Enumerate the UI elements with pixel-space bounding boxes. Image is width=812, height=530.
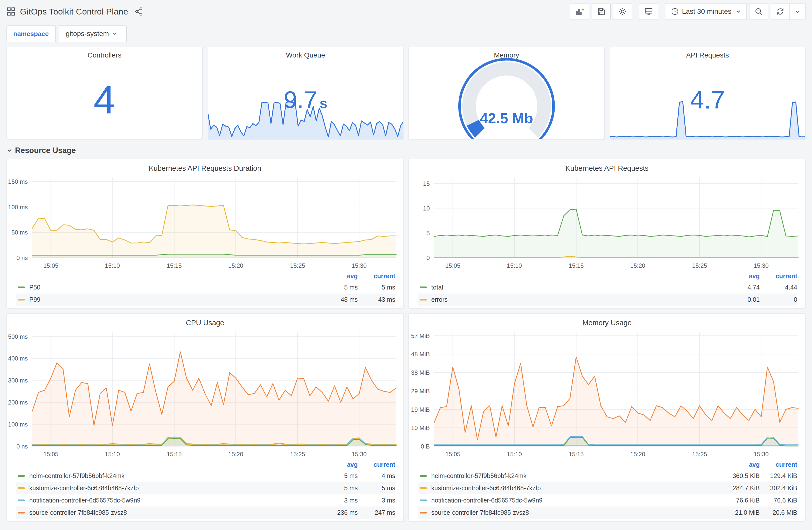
svg-text:0 B: 0 B [421,443,430,450]
series-avg: 21.0 MiB [722,509,760,516]
panel-title[interactable]: Kubernetes API Requests [409,159,805,174]
series-avg: 0.01 [722,296,760,303]
variable-label: namespace [13,30,49,38]
chevron-down-icon [795,9,800,14]
memory-plot[interactable]: 15:0515:1015:1515:2015:2515:300 B10 MiB1… [409,328,805,459]
svg-text:15:25: 15:25 [290,451,305,457]
series-name[interactable]: P50 [29,284,320,291]
series-current: 4 ms [358,472,395,480]
zoom-out-button[interactable] [749,3,768,20]
series-name[interactable]: P99 [29,296,320,303]
save-dashboard-button[interactable] [592,3,611,20]
series-name[interactable]: errors [431,296,722,303]
series-name[interactable]: total [431,284,722,291]
svg-text:10: 10 [423,205,430,212]
series-name[interactable]: helm-controller-57f9b56bbf-k24mk [431,472,722,480]
legend-row: total 4.74 4.44 [418,281,797,294]
legend-row: helm-controller-57f9b56bbf-k24mk 360.5 K… [418,470,797,482]
panel-memory-usage: Memory Usage 15:0515:1015:1515:2015:2515… [408,313,806,521]
series-current: 76.6 KiB [760,497,797,504]
chart-row-1: Kubernetes API Requests Duration 15:0515… [6,159,806,309]
api-requests-value: 4.7 [610,87,806,112]
requests-legend: avg current total 4.74 4.44 errors 0.01 … [409,271,805,308]
legend-sort-avg[interactable]: avg [722,461,760,468]
legend-sort-current[interactable]: current [358,461,395,468]
panel-work-queue: Work Queue 9.7s [208,47,404,139]
series-name[interactable]: source-controller-7fb84fc985-zvsz8 [431,509,722,516]
panel-title[interactable]: Work Queue [208,51,404,59]
series-name[interactable]: notification-controller-6d56575dc-5w9n9 [431,497,722,504]
series-color-swatch [18,299,25,300]
refresh-button[interactable] [771,3,790,19]
panel-title[interactable]: API Requests [610,51,806,59]
legend-sort-current[interactable]: current [358,273,395,280]
series-color-swatch [18,487,25,489]
svg-text:48 MiB: 48 MiB [411,351,430,357]
series-current: 20.6 MiB [760,509,797,516]
legend-row: errors 0.01 0 [418,294,797,306]
cpu-plot[interactable]: 15:0515:1015:1515:2015:2515:300 ns100 ms… [7,328,403,459]
panel-title[interactable]: Kubernetes API Requests Duration [7,159,403,174]
svg-text:15:10: 15:10 [507,451,522,457]
namespace-select[interactable]: gitops-system [59,26,127,42]
tv-mode-button[interactable] [639,3,658,20]
svg-text:0 ns: 0 ns [16,443,28,450]
series-name[interactable]: kustomize-controller-6c6784b468-7kzfp [431,485,722,492]
series-name[interactable]: notification-controller-6d56575dc-5w9n9 [29,497,320,504]
legend-sort-avg[interactable]: avg [320,461,358,468]
legend-row: source-controller-7fb84fc985-zvsz8 236 m… [16,506,395,519]
panel-title[interactable]: Memory Usage [409,314,805,328]
panel-api-requests: API Requests 4.7 [610,47,806,139]
series-current: 43 ms [358,296,395,303]
svg-text:15:30: 15:30 [754,451,769,457]
series-name[interactable]: kustomize-controller-6c6784b468-7kzfp [29,485,320,492]
series-color-swatch [18,286,25,288]
series-current: 5 ms [358,485,395,492]
svg-text:15:15: 15:15 [166,262,182,269]
chevron-down-icon [112,31,117,36]
dashboard-settings-button[interactable] [613,3,632,20]
legend-row: P99 48 ms 43 ms [16,294,395,306]
section-resource-usage[interactable]: Resource Usage [6,146,806,155]
svg-text:15:05: 15:05 [43,451,58,457]
svg-text:100 ms: 100 ms [8,421,28,428]
memory-gauge-value: 42.5 Mb [449,110,564,127]
duration-legend: avg current P50 5 ms 5 ms P99 48 ms 43 m… [7,271,403,308]
svg-text:15:15: 15:15 [569,262,584,269]
legend-sort-avg[interactable]: avg [320,273,358,280]
legend-row: helm-controller-57f9b56bbf-k24mk 5 ms 4 … [16,470,395,482]
svg-text:15:30: 15:30 [754,262,769,269]
svg-text:15:20: 15:20 [228,451,243,457]
requests-plot[interactable]: 15:0515:1015:1515:2015:2515:30051015 [409,174,805,271]
legend-row: source-controller-7fb84fc985-zvsz8 21.0 … [418,506,797,519]
controllers-value: 4 [7,80,202,119]
refresh-interval-dropdown[interactable] [790,3,805,19]
clock-icon [671,8,679,15]
add-panel-button[interactable] [570,3,589,20]
series-color-swatch [420,512,427,514]
svg-text:0 ns: 0 ns [16,254,28,261]
svg-text:19 MiB: 19 MiB [411,406,430,413]
series-color-swatch [420,286,427,288]
share-icon[interactable] [134,7,143,16]
svg-text:15:20: 15:20 [630,451,645,457]
variable-label-box: namespace [6,26,56,42]
svg-text:15:25: 15:25 [692,451,707,457]
legend-sort-current[interactable]: current [760,273,797,280]
series-name[interactable]: source-controller-7fb84fc985-zvsz8 [29,509,320,516]
series-name[interactable]: helm-controller-57f9b56bbf-k24mk [29,472,320,480]
duration-plot[interactable]: 15:0515:1015:1515:2015:2515:300 ns50 ms1… [7,174,403,271]
panel-title[interactable]: CPU Usage [7,314,403,328]
svg-text:15:30: 15:30 [352,451,367,457]
svg-text:5: 5 [426,230,430,236]
svg-text:100 ms: 100 ms [8,204,28,210]
time-range-picker[interactable]: Last 30 minutes [665,3,747,20]
series-color-swatch [18,512,25,514]
svg-text:15:20: 15:20 [228,262,243,269]
legend-sort-avg[interactable]: avg [722,273,760,280]
chevron-down-icon [6,148,12,153]
legend-sort-current[interactable]: current [760,461,797,468]
svg-text:150 ms: 150 ms [8,178,28,185]
svg-text:50 ms: 50 ms [12,229,28,236]
panel-title[interactable]: Controllers [7,51,202,59]
